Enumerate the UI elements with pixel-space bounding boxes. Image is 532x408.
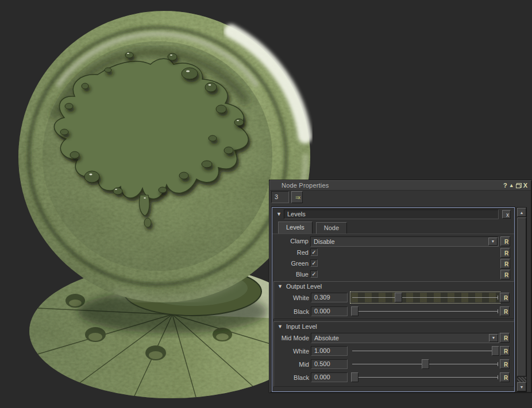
clamp-row: Clamp Disable ▼ R: [272, 236, 514, 247]
output-white-value[interactable]: 0.309: [311, 293, 348, 302]
input-white-value[interactable]: 1.000: [311, 346, 348, 356]
slider-thumb[interactable]: [351, 372, 358, 382]
block-tabs: Levels Node: [278, 222, 347, 234]
node-index-field[interactable]: 3: [271, 191, 289, 203]
block-header: ▼ Levels x: [273, 209, 513, 220]
collapse-icon[interactable]: ▼: [277, 324, 283, 329]
input-black-row: Black 0.000 R: [274, 372, 514, 384]
slider-track: [352, 297, 498, 298]
clamp-label: Clamp: [272, 238, 309, 244]
red-label: Red: [272, 249, 309, 256]
input-white-label: White: [274, 348, 309, 355]
output-white-row: White 0.309 R: [274, 293, 514, 304]
red-checkbox[interactable]: ✓: [310, 248, 318, 256]
slider-thumb[interactable]: [395, 293, 402, 302]
input-white-slider[interactable]: [351, 346, 499, 356]
input-white-reset-button[interactable]: R: [500, 346, 510, 356]
input-mid-reset-button[interactable]: R: [500, 359, 510, 369]
mid-mode-reset-button[interactable]: R: [500, 333, 510, 343]
output-level-header: ▼ Output Level: [277, 283, 322, 290]
scrollbar-thumb[interactable]: [517, 217, 526, 376]
close-window-icon[interactable]: X: [523, 182, 527, 189]
input-mid-slider[interactable]: [351, 359, 499, 369]
input-level-title: Input Level: [286, 323, 317, 330]
blue-row: Blue ✓ R: [272, 270, 514, 281]
mid-mode-label: Mid Mode: [274, 335, 309, 341]
check-icon: ✓: [311, 260, 316, 266]
red-row: Red ✓ R: [272, 248, 514, 259]
input-mid-row: Mid 0.500 R: [274, 359, 514, 371]
preview-sphere: [18, 11, 310, 302]
collapse-icon[interactable]: ▼: [276, 212, 282, 217]
tab-levels[interactable]: Levels: [278, 222, 313, 234]
restore-icon[interactable]: [516, 183, 522, 188]
slider-track: [352, 311, 498, 312]
input-mid-value[interactable]: 0.500: [311, 359, 348, 369]
help-icon[interactable]: ?: [503, 182, 507, 189]
mid-mode-value: Absolute: [311, 335, 489, 341]
blue-checkbox[interactable]: ✓: [310, 270, 318, 278]
green-row: Green ✓ R: [272, 259, 514, 270]
scroll-up-icon[interactable]: ▲: [517, 208, 526, 217]
input-level-section: ▼ Input Level Mid Mode Absolute ▼ R Whit…: [273, 321, 514, 387]
output-black-label: Black: [274, 308, 309, 315]
clamp-reset-button[interactable]: R: [500, 236, 510, 246]
green-checkbox[interactable]: ✓: [310, 259, 318, 267]
input-black-reset-button[interactable]: R: [500, 372, 510, 382]
clamp-value: Disable: [311, 238, 488, 245]
green-label: Green: [272, 260, 309, 267]
red-reset-button[interactable]: R: [500, 248, 510, 258]
chevron-down-icon[interactable]: ▼: [488, 238, 498, 246]
slider-thumb[interactable]: [492, 346, 499, 356]
remove-node-button[interactable]: x: [502, 210, 511, 219]
output-level-title: Output Level: [286, 283, 322, 290]
slider-thumb[interactable]: [422, 359, 429, 369]
pin-icon[interactable]: ▲: [509, 183, 514, 188]
rename-node-button[interactable]: ≡x: [291, 191, 303, 203]
panel-titlebar[interactable]: Node Properties ? ▲ X: [270, 181, 531, 191]
scroll-down-icon[interactable]: ▼: [517, 382, 526, 391]
block-content: Clamp Disable ▼ R Red ✓ R Green ✓ R Blue: [272, 234, 514, 391]
input-black-slider[interactable]: [351, 372, 499, 382]
mid-mode-dropdown[interactable]: Absolute ▼: [311, 333, 499, 343]
check-icon: ✓: [311, 271, 316, 277]
output-white-label: White: [274, 294, 309, 301]
check-icon: ✓: [311, 249, 316, 255]
node-properties-panel: Node Properties ? ▲ X 3 ≡x ▼ Levels x Le…: [269, 180, 532, 393]
output-black-reset-button[interactable]: R: [500, 306, 510, 316]
collapse-icon[interactable]: ▼: [277, 284, 283, 289]
output-white-slider[interactable]: [351, 293, 499, 302]
node-name-field[interactable]: Levels: [284, 209, 499, 219]
input-white-row: White 1.000 R: [274, 346, 514, 358]
tab-node[interactable]: Node: [316, 222, 347, 234]
slider-track: [352, 377, 498, 378]
panel-scrollbar[interactable]: ▲ ▼: [516, 207, 527, 392]
input-mid-label: Mid: [274, 361, 309, 368]
output-white-reset-button[interactable]: R: [500, 293, 510, 302]
input-black-value[interactable]: 0.000: [311, 372, 348, 382]
slider-thumb[interactable]: [351, 306, 358, 316]
output-level-section: ▼ Output Level White 0.309 R Black 0.000: [273, 281, 514, 319]
levels-node-block: ▼ Levels x Levels Node Clamp Disable ▼ R…: [272, 207, 515, 392]
output-black-slider[interactable]: [351, 306, 499, 316]
input-level-header: ▼ Input Level: [277, 323, 317, 330]
chevron-down-icon[interactable]: ▼: [489, 334, 498, 342]
slider-track: [352, 351, 498, 351]
blue-reset-button[interactable]: R: [500, 270, 510, 279]
output-black-row: Black 0.000 R: [274, 306, 514, 318]
panel-title: Node Properties: [282, 182, 329, 189]
clamp-dropdown[interactable]: Disable ▼: [310, 236, 499, 247]
output-black-value[interactable]: 0.000: [311, 306, 348, 316]
mid-mode-row: Mid Mode Absolute ▼ R: [274, 333, 514, 344]
blue-label: Blue: [272, 271, 309, 278]
green-reset-button[interactable]: R: [500, 259, 510, 269]
input-black-label: Black: [274, 374, 309, 381]
